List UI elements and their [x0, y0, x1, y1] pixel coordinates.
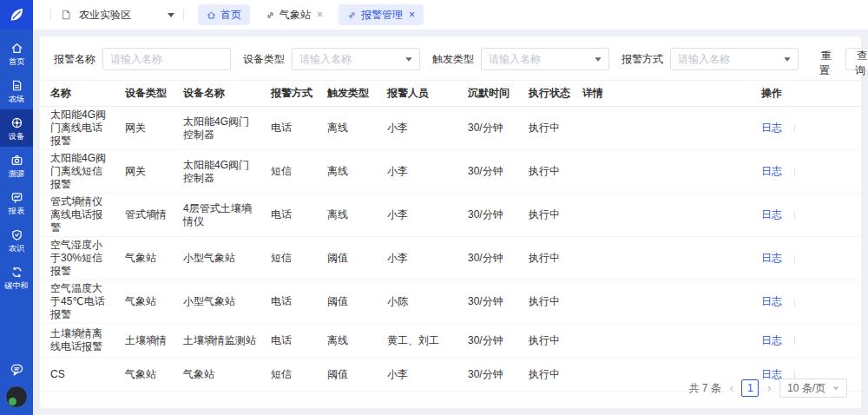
sidebar-menu: 首页农场设备溯源报表农识碳中和 — [0, 35, 33, 296]
page-size-select[interactable]: 10 条/页 — [779, 379, 847, 398]
home-icon — [10, 42, 23, 55]
cell-actions: 日志 — [754, 280, 861, 324]
next-page-icon[interactable]: › — [766, 382, 772, 394]
report-icon — [10, 191, 23, 204]
sidebar-item-1[interactable]: 农场 — [0, 72, 33, 109]
sidebar-item-2[interactable]: 设备 — [0, 109, 33, 147]
cell-silence: 30/分钟 — [461, 280, 522, 324]
filter-input-0[interactable] — [102, 48, 231, 70]
log-link[interactable]: 日志 — [761, 208, 782, 221]
sidebar-item-4[interactable]: 报表 — [0, 184, 33, 221]
divider — [50, 9, 51, 21]
prev-page-icon[interactable]: ‹ — [729, 382, 734, 394]
action-divider — [794, 124, 795, 133]
app-logo[interactable] — [0, 0, 33, 30]
cell-device_type: 气象站 — [118, 280, 176, 324]
table-row: 太阳能4G阀门离线电话报警网关太阳能4G阀门控制器电话离线小李30/分钟执行中日… — [40, 107, 861, 150]
sidebar-item-6[interactable]: 碳中和 — [0, 259, 33, 296]
user-avatar[interactable] — [5, 385, 28, 408]
log-link[interactable]: 日志 — [761, 165, 782, 177]
filter-field-1: 设备类型请输入名称 — [243, 48, 420, 70]
leaf-logo-icon — [8, 6, 25, 23]
cell-person: 小李 — [380, 194, 461, 237]
filter-select-3[interactable]: 请输入名称 — [670, 48, 799, 70]
sidebar-item-label: 农识 — [9, 244, 24, 252]
cell-detail — [575, 150, 754, 194]
close-icon[interactable]: × — [317, 10, 323, 20]
cell-device_name: 太阳能4G阀门控制器 — [176, 150, 264, 194]
cell-person: 小李 — [380, 358, 461, 392]
tab-bar: 首页气象站×报警管理× — [198, 4, 424, 25]
tab-label: 首页 — [220, 8, 241, 23]
cell-silence: 30/分钟 — [461, 237, 522, 280]
cell-actions: 日志 — [754, 194, 861, 237]
cell-alarm_method: 电话 — [264, 194, 320, 237]
reset-button[interactable]: 重置 — [812, 48, 840, 70]
filter-label: 报警名称 — [54, 52, 95, 67]
carbon-icon — [10, 266, 23, 279]
sidebar-item-3[interactable]: 溯源 — [0, 147, 33, 184]
select-placeholder: 请输入名称 — [678, 52, 730, 67]
tab-label: 报警管理 — [361, 8, 403, 23]
cell-alarm_method: 短信 — [264, 150, 320, 194]
sidebar: 首页农场设备溯源报表农识碳中和 — [0, 0, 33, 415]
table-row: 土壤墒情离线电话报警土壤墒情土壤墒情监测站电话离线黄工、刘工30/分钟执行中日志 — [40, 324, 861, 358]
workspace-dropdown[interactable]: 农业实验区 — [60, 8, 174, 23]
filter-field-2: 触发类型请输入名称 — [432, 48, 609, 70]
sidebar-item-label: 溯源 — [9, 169, 24, 177]
cell-trigger_type: 阈值 — [320, 237, 380, 280]
chevron-down-icon — [784, 57, 790, 62]
column-header-5: 报警人员 — [380, 81, 461, 107]
chevron-down-icon — [833, 386, 839, 390]
device-icon — [10, 116, 23, 129]
cell-alarm_method: 短信 — [264, 237, 320, 280]
filter-label: 设备类型 — [243, 52, 285, 67]
cell-name: 土壤墒情离线电话报警 — [40, 324, 118, 358]
farm-icon — [10, 79, 23, 92]
page-number[interactable]: 1 — [741, 379, 759, 397]
link-icon — [347, 10, 357, 20]
cell-alarm_method: 电话 — [264, 324, 320, 358]
log-link[interactable]: 日志 — [761, 252, 782, 264]
column-header-9: 操作 — [754, 81, 861, 107]
cell-alarm_method: 电话 — [264, 107, 320, 150]
pagination: 共 7 条 ‹ 1 › 10 条/页 — [688, 379, 847, 398]
cell-status: 执行中 — [522, 150, 575, 194]
filter-field-0: 报警名称 — [54, 48, 231, 70]
log-link[interactable]: 日志 — [761, 122, 782, 134]
knowledge-icon — [10, 228, 23, 241]
cell-status: 执行中 — [522, 358, 575, 392]
tab-0[interactable]: 首页 — [198, 4, 250, 25]
trace-icon — [10, 154, 23, 167]
cell-person: 黄工、刘工 — [380, 324, 461, 358]
cell-device_name: 土壤墒情监测站 — [176, 324, 264, 358]
log-link[interactable]: 日志 — [761, 295, 782, 307]
sidebar-item-0[interactable]: 首页 — [0, 35, 33, 72]
column-header-1: 设备类型 — [118, 81, 176, 107]
query-button[interactable]: 查询 — [845, 48, 868, 70]
filter-bar: 报警名称设备类型请输入名称触发类型请输入名称报警方式请输入名称重置查询 — [40, 36, 861, 81]
tab-2[interactable]: 报警管理× — [339, 4, 424, 25]
action-divider — [794, 370, 795, 379]
tab-1[interactable]: 气象站× — [257, 4, 332, 25]
cell-name: 空气温度大于45℃电话报警 — [40, 280, 118, 324]
sidebar-bottom — [5, 362, 28, 415]
cell-actions: 日志 — [754, 324, 861, 358]
cell-device_type: 气象站 — [118, 237, 176, 280]
cell-detail — [575, 194, 754, 237]
column-header-0: 名称 — [40, 81, 118, 107]
log-link[interactable]: 日志 — [761, 334, 782, 346]
table-header-row: 名称设备类型设备名称报警方式触发类型报警人员沉默时间执行状态详情操作 — [40, 81, 861, 107]
cell-silence: 30/分钟 — [461, 194, 522, 237]
sidebar-item-5[interactable]: 农识 — [0, 221, 33, 259]
cell-device_type: 土壤墒情 — [118, 324, 176, 358]
filter-label: 报警方式 — [621, 52, 663, 67]
filter-select-2[interactable]: 请输入名称 — [481, 48, 609, 70]
cell-status: 执行中 — [522, 237, 575, 280]
cell-person: 小李 — [380, 150, 461, 194]
cell-trigger_type: 离线 — [320, 194, 380, 237]
filter-select-1[interactable]: 请输入名称 — [292, 48, 420, 70]
top-bar: 农业实验区 首页气象站×报警管理× — [33, 0, 868, 30]
support-chat-icon[interactable] — [10, 362, 24, 377]
close-icon[interactable]: × — [409, 10, 415, 20]
